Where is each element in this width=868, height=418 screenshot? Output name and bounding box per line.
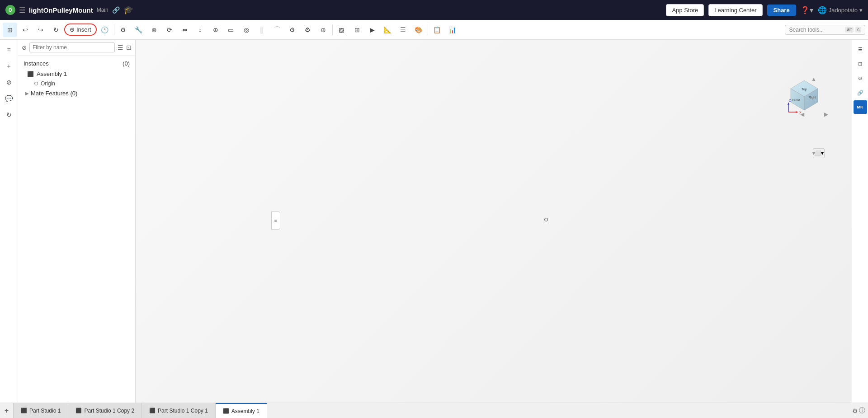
fix-tool[interactable]: 🔧: [132, 23, 146, 37]
document-title[interactable]: lightOnPulleyMount: [29, 6, 93, 14]
help-icon[interactable]: ❓▾: [801, 6, 813, 14]
viewport-background: [136, 40, 852, 403]
bom-button[interactable]: 📊: [445, 23, 460, 37]
svg-marker-10: [796, 111, 798, 113]
instances-row: Instances (0): [20, 58, 133, 69]
origin-indicator: [544, 218, 548, 221]
planar-mate[interactable]: ▭: [224, 23, 238, 37]
tab-part-studio-1[interactable]: ⬛ Part Studio 1: [14, 403, 68, 418]
panel-search-input[interactable]: [29, 42, 115, 52]
comments-icon[interactable]: 💬: [2, 91, 16, 106]
redo-button[interactable]: ↪: [33, 23, 48, 37]
graduation-icon[interactable]: 🎓: [123, 5, 133, 15]
learning-center-button[interactable]: Learning Center: [708, 4, 762, 16]
right-panel-grid-btn[interactable]: ⊞: [854, 57, 867, 70]
refresh-button[interactable]: ↻: [49, 23, 63, 37]
panel-collapse-icon[interactable]: ⊡: [126, 44, 132, 51]
joint-tool[interactable]: ⚙: [116, 23, 131, 37]
top-navigation: O ☰ lightOnPulleyMount Main 🔗 🎓 App Stor…: [0, 0, 868, 20]
rack-pinion[interactable]: ⚙: [301, 23, 315, 37]
tab-ps1c2-icon: ⬛: [75, 408, 82, 413]
feature-tree-panel: ⊘ ☰ ⊡ Instances (0) ⬛ Assembly 1 Origin …: [18, 40, 136, 403]
toolbar-divider-3: [428, 24, 428, 35]
right-panel-filter-btn[interactable]: ⊘: [854, 71, 867, 85]
cylindrical-mate[interactable]: ↕: [193, 23, 208, 37]
branch-name[interactable]: Main: [97, 7, 108, 13]
svg-text:Top: Top: [802, 88, 807, 91]
animate-button[interactable]: ▶: [365, 23, 380, 37]
panel-body: Instances (0) ⬛ Assembly 1 Origin ▶ Mate…: [18, 56, 135, 403]
view-right-arrow[interactable]: ▶: [824, 111, 828, 117]
add-tab-button[interactable]: +: [0, 403, 14, 418]
parts-list-icon[interactable]: ≡: [2, 42, 16, 57]
right-panel-link-btn[interactable]: 🔗: [854, 86, 867, 99]
panel-collapse-handle[interactable]: ≡: [271, 211, 280, 230]
bottom-settings-icon[interactable]: ⚙: [852, 407, 858, 414]
shortcut-c: c: [855, 27, 861, 33]
mate-tool[interactable]: ⊛: [147, 23, 161, 37]
mk-button[interactable]: MK: [854, 100, 867, 114]
view-left-arrow[interactable]: ◀: [800, 111, 804, 117]
svg-marker-7: [788, 102, 789, 105]
svg-text:Right: Right: [809, 96, 816, 99]
3d-viewport[interactable]: ≡: [136, 40, 852, 403]
view-cube[interactable]: Top Front Right Z X: [784, 76, 825, 117]
hamburger-menu[interactable]: ☰: [19, 6, 25, 14]
tab-assembly-1[interactable]: ⬛ Assembly 1: [216, 403, 267, 418]
panel-header: ⊘ ☰ ⊡: [18, 40, 135, 56]
tab-ps1-icon: ⬛: [21, 408, 27, 413]
select-tool[interactable]: ⊞: [3, 23, 17, 37]
right-panel-list-btn[interactable]: ☰: [854, 42, 867, 56]
undo-button[interactable]: ↩: [18, 23, 33, 37]
shortcut-alt: alt: [845, 27, 854, 33]
panel-list-view-icon[interactable]: ☰: [118, 44, 123, 51]
pin-slot-mate[interactable]: ⊕: [208, 23, 223, 37]
username: Jadopotato: [829, 7, 858, 14]
measure-tool[interactable]: 📐: [381, 23, 395, 37]
filter-icon[interactable]: ⊘: [2, 75, 16, 89]
origin-tree-item[interactable]: Origin: [20, 79, 133, 88]
appearance-tool[interactable]: 🎨: [411, 23, 426, 37]
mate-features-label: Mate Features (0): [31, 90, 77, 97]
drawings-button[interactable]: 📋: [430, 23, 444, 37]
view-down-arrow[interactable]: ▼: [811, 150, 816, 156]
insert-icon: ⊕: [70, 26, 75, 33]
gear-mate[interactable]: ⚙: [285, 23, 300, 37]
slider-mate[interactable]: ⇔: [178, 23, 192, 37]
link-icon[interactable]: 🔗: [112, 6, 120, 14]
tab-asm1-icon: ⬛: [223, 408, 229, 414]
toolbar-divider-1: [114, 24, 114, 35]
screw-mate[interactable]: ⊕: [316, 23, 330, 37]
history-button[interactable]: 🕐: [98, 23, 112, 37]
assembly-icon: ⬛: [27, 71, 34, 77]
user-menu[interactable]: 🌐 Jadopotato ▾: [818, 6, 863, 14]
share-button[interactable]: Share: [767, 5, 796, 16]
svg-text:Front: Front: [793, 99, 800, 102]
display-states[interactable]: ☰: [396, 23, 410, 37]
revolute-mate[interactable]: ⟳: [162, 23, 177, 37]
assembly-tree-item[interactable]: ⬛ Assembly 1: [20, 69, 133, 79]
explode-view[interactable]: ⊞: [350, 23, 364, 37]
tab-part-studio-1-copy-2[interactable]: ⬛ Part Studio 1 Copy 2: [68, 403, 142, 418]
ball-mate[interactable]: ◎: [239, 23, 254, 37]
view-up-arrow[interactable]: ▲: [811, 76, 816, 82]
search-tools-input[interactable]: [789, 27, 843, 33]
parallel-mate[interactable]: ∥: [255, 23, 269, 37]
updates-icon[interactable]: ↻: [2, 108, 16, 122]
insert-label: Insert: [76, 26, 91, 33]
origin-dot-icon: [34, 82, 38, 85]
bottom-tab-bar: + ⬛ Part Studio 1 ⬛ Part Studio 1 Copy 2…: [0, 403, 868, 418]
right-side-panel: ☰ ⊞ ⊘ 🔗 MK: [852, 40, 868, 403]
bottom-info-icon[interactable]: ⓘ: [859, 407, 865, 415]
tab-ps1c2-label: Part Studio 1 Copy 2: [84, 408, 134, 414]
mate-features-item[interactable]: ▶ Mate Features (0): [20, 88, 133, 99]
app-store-button[interactable]: App Store: [666, 4, 704, 16]
add-part-icon[interactable]: +: [2, 59, 16, 73]
tab-part-studio-1-copy-1[interactable]: ⬛ Part Studio 1 Copy 1: [142, 403, 216, 418]
insert-button[interactable]: ⊕ Insert: [64, 23, 97, 36]
tangent-mate[interactable]: ⌒: [270, 23, 284, 37]
section-view[interactable]: ▨: [335, 23, 349, 37]
filter-icon-panel: ⊘: [22, 44, 27, 51]
search-tools-area: alt c: [785, 25, 865, 35]
user-chevron-icon: ▾: [859, 7, 863, 14]
